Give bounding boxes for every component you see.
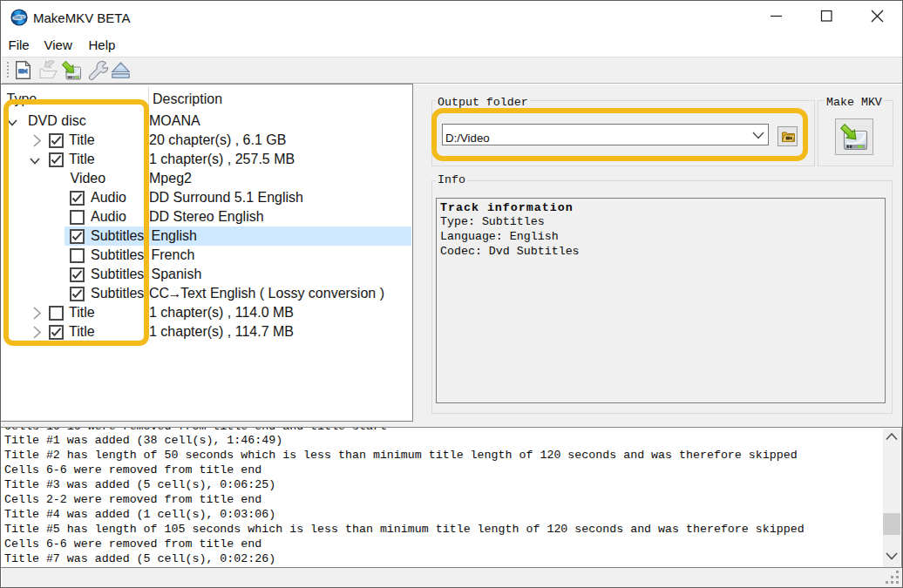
svg-text:MKV: MKV — [14, 15, 25, 20]
